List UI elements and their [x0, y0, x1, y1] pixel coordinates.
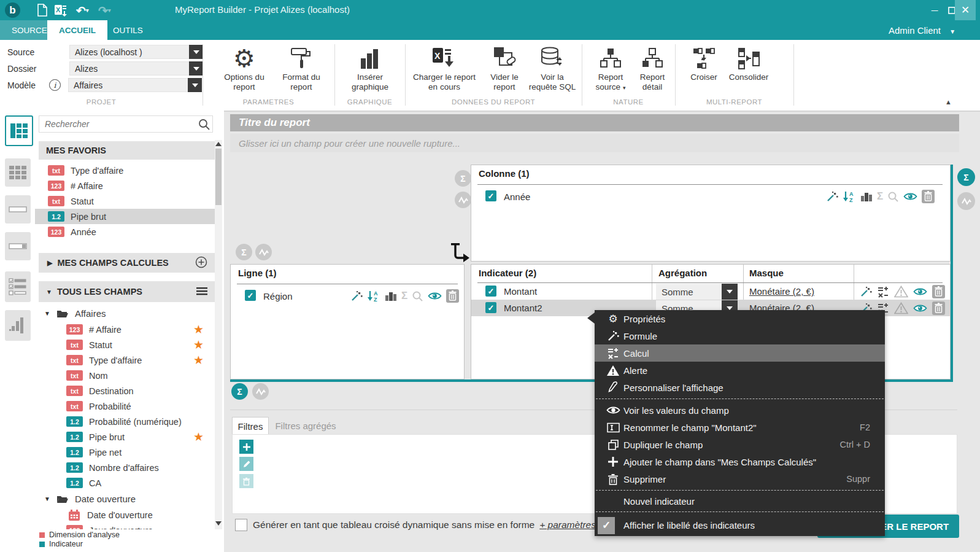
trash-icon[interactable] [932, 301, 945, 315]
scrollbar-thumb[interactable] [215, 149, 222, 205]
scroll-down-icon[interactable] [215, 521, 222, 526]
formula-wand-icon[interactable] [826, 190, 838, 203]
delete-filter-button[interactable] [239, 474, 253, 488]
field-item[interactable]: txt Statut★ [35, 337, 215, 352]
ligne-bottom-subtotal-toggle[interactable]: Σ [231, 383, 248, 400]
ligne-variation-toggle[interactable] [255, 244, 272, 260]
close-button[interactable]: ✕ [955, 0, 976, 20]
menu-item-nouvel-indicateur[interactable]: Nouvel indicateur [595, 493, 885, 509]
expanded-arrow-icon[interactable]: ▼ [46, 289, 52, 295]
source-dropdown[interactable]: Alizes (localhost ) [69, 45, 203, 59]
report-type-chart[interactable] [5, 310, 31, 341]
checkbox-unchecked[interactable] [235, 519, 247, 531]
colonne-subtotal-toggle[interactable]: Σ [455, 170, 471, 187]
magnifier-icon[interactable] [412, 290, 423, 302]
sigma-icon[interactable]: Σ [401, 290, 407, 302]
colonne-variation-toggle[interactable] [455, 192, 471, 208]
report-type-cell[interactable] [5, 195, 31, 224]
checkbox-annee[interactable]: ✓ [485, 190, 496, 201]
calcul-icon[interactable] [877, 286, 889, 298]
edit-filter-button[interactable] [239, 457, 253, 471]
alert-triangle-icon[interactable] [894, 286, 908, 298]
field-item[interactable]: 123 # Affaire★ [35, 322, 215, 337]
menu-item-renommer[interactable]: Renommer le champ "Montant2" F2 [595, 419, 885, 436]
eye-icon[interactable] [903, 192, 917, 201]
field-item[interactable]: 1.2 Pipe net [35, 445, 215, 460]
tab-outils[interactable]: OUTILS [101, 20, 155, 40]
field-item[interactable]: txt Type d'affaire★ [35, 352, 215, 368]
folder-affaires[interactable]: ▼ Affaires [35, 306, 215, 321]
eye-icon[interactable] [913, 287, 927, 297]
field-item[interactable]: 1.2 Pipe brut★ [35, 429, 215, 445]
info-icon[interactable]: i [49, 79, 61, 91]
field-item[interactable]: txt Type d'affaire [35, 163, 215, 178]
formula-wand-icon[interactable] [860, 286, 872, 298]
tab-filtres[interactable]: Filtres [232, 417, 269, 435]
champs-calcules-header[interactable]: ▶ MES CHAMPS CALCULES [39, 253, 215, 273]
checkbox-montant2[interactable]: ✓ [485, 302, 496, 313]
magnifier-icon[interactable] [887, 191, 899, 203]
tab-accueil[interactable]: ACCUEIL [47, 20, 107, 40]
menu-item-alerte[interactable]: Alerte [595, 362, 885, 379]
favorite-star-icon[interactable]: ★ [193, 322, 204, 336]
palmares-icon[interactable] [385, 290, 397, 301]
add-calculated-field-button[interactable] [195, 256, 207, 270]
dropdown-arrow-icon[interactable] [189, 45, 203, 59]
field-item[interactable]: txt Destination [35, 383, 215, 398]
favorite-star-icon[interactable]: ★ [193, 353, 204, 367]
report-type-grid[interactable] [5, 158, 31, 187]
colonne-right-subtotal-toggle[interactable]: Σ [957, 168, 975, 186]
field-item[interactable]: 1.2 CA [35, 475, 215, 491]
modele-dropdown[interactable]: Affaires [68, 78, 202, 92]
field-item[interactable]: txt Statut [35, 193, 215, 209]
tous-champs-header[interactable]: ▼ TOUS LES CHAMPS [39, 281, 215, 302]
favoris-header[interactable]: MES FAVORIS [39, 141, 215, 160]
colonne-right-variation-toggle[interactable] [957, 192, 975, 210]
menu-item-supprimer[interactable]: Supprimer Suppr [595, 470, 885, 488]
undo-button[interactable]: ↶▾ [76, 4, 88, 18]
dossier-dropdown[interactable]: Alizes [69, 61, 203, 76]
rupture-dropzone[interactable]: Glisser ici un champ pour créer une nouv… [230, 134, 959, 152]
generate-pivot-option[interactable]: Générer en tant que tableau croisé dynam… [235, 519, 596, 531]
field-item[interactable]: txt Probabilité [35, 398, 215, 414]
eye-icon[interactable] [428, 291, 442, 301]
favorite-star-icon[interactable]: ★ [193, 430, 204, 444]
user-menu[interactable]: Admin Client ▼ [889, 25, 955, 36]
collapsed-arrow-icon[interactable]: ▶ [47, 259, 52, 267]
new-document-icon[interactable] [37, 4, 48, 19]
field-item-selected[interactable]: 1.2 Pipe brut [35, 209, 215, 224]
alert-triangle-icon[interactable] [894, 302, 908, 314]
field-item[interactable]: 123 Année [35, 224, 215, 239]
trash-icon[interactable] [446, 289, 459, 303]
formula-wand-icon[interactable] [350, 290, 363, 302]
sigma-icon[interactable]: Σ [877, 190, 883, 203]
field-item[interactable]: 1.2 Nombre d'affaires [35, 460, 215, 475]
masque-link[interactable]: Monétaire (2, €) [749, 286, 814, 297]
palmares-icon[interactable] [860, 191, 873, 202]
trash-icon[interactable] [932, 285, 945, 298]
field-item[interactable]: 1.2 Probabilité (numérique) [35, 414, 215, 429]
eye-icon[interactable] [913, 303, 927, 313]
trash-icon[interactable] [922, 190, 935, 203]
indicateur-row-montant[interactable]: ✓ Montant Somme Monétaire (2, €) [471, 283, 950, 300]
folder-date-ouverture[interactable]: ▼ Date ouverture [35, 491, 215, 507]
report-title-bar[interactable]: Titre du report [230, 114, 959, 131]
menu-item-afficher-libelle[interactable]: ✓ Afficher le libellé des indicateurs [595, 515, 885, 536]
search-icon[interactable] [198, 119, 211, 133]
menu-item-personnaliser[interactable]: Personnaliser l'affichage [595, 379, 885, 396]
agregation-dropdown[interactable]: Somme [656, 284, 738, 300]
menu-item-calcul[interactable]: Calcul [595, 344, 885, 362]
tab-filtres-agreges[interactable]: Filtres agrégés [272, 417, 339, 435]
report-type-field[interactable] [5, 232, 31, 260]
add-filter-button[interactable] [239, 440, 253, 454]
checkbox-region[interactable]: ✓ [245, 290, 256, 301]
menu-hamburger-icon[interactable] [196, 287, 207, 297]
dropdown-arrow-icon[interactable] [189, 61, 203, 76]
field-list-scrollbar[interactable] [215, 140, 222, 529]
expanded-arrow-icon[interactable]: ▼ [44, 310, 50, 317]
menu-item-formule[interactable]: Formule [595, 327, 885, 344]
swap-rows-columns-icon[interactable] [450, 242, 470, 265]
menu-item-ajouter-champ[interactable]: Ajouter le champ dans "Mes Champs Calcul… [595, 453, 885, 470]
field-item[interactable]: 123 Jour d'ouverture [35, 523, 215, 529]
parametres-link[interactable]: + paramètres [539, 519, 596, 531]
